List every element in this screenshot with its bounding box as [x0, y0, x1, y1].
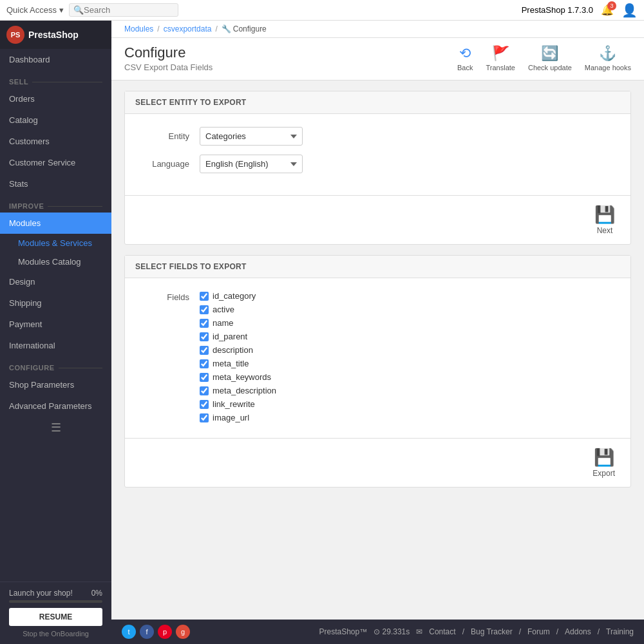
- field-name-meta-title: meta_title: [213, 359, 249, 368]
- shop-parameters-label: Shop Parameters: [9, 380, 74, 390]
- field-name-id-category: id_category: [213, 291, 256, 301]
- field-checkbox-link-rewrite[interactable]: [200, 400, 209, 409]
- catalog-label: Catalog: [9, 115, 38, 125]
- logo-icon: PS: [6, 26, 24, 44]
- field-checkbox-id-category[interactable]: [200, 292, 209, 301]
- list-item: meta_keywords: [200, 372, 276, 382]
- search-container: 🔍: [69, 3, 178, 17]
- sidebar-item-customer-service[interactable]: Customer Service: [0, 152, 111, 173]
- field-name-meta-description: meta_description: [213, 386, 276, 395]
- field-name-description: description: [213, 345, 253, 355]
- check-update-button[interactable]: 🔄 Check update: [528, 45, 572, 71]
- fields-panel-body: Fields id_category active: [125, 278, 630, 438]
- search-icon-button[interactable]: 🔍: [73, 5, 84, 15]
- facebook-icon[interactable]: f: [140, 625, 154, 639]
- footer-sep1: ✉: [416, 627, 422, 636]
- field-checkbox-active[interactable]: [200, 305, 209, 314]
- sidebar-item-design[interactable]: Design: [0, 271, 111, 292]
- customer-service-label: Customer Service: [9, 158, 75, 167]
- sidebar-item-payment[interactable]: Payment: [0, 314, 111, 335]
- sidebar-item-international[interactable]: International: [0, 335, 111, 356]
- page-header: Configure CSV Export Data Fields ⟲ Back …: [111, 38, 644, 80]
- entity-form-row: Entity Categories Products Orders Custom…: [135, 127, 620, 146]
- configure-section-label: CONFIGURE: [9, 364, 55, 372]
- sidebar-item-stats[interactable]: Stats: [0, 173, 111, 194]
- advanced-parameters-label: Advanced Parameters: [9, 401, 92, 411]
- sidebar-item-catalog[interactable]: Catalog: [0, 109, 111, 131]
- notifications-button[interactable]: 🔔 3: [601, 4, 614, 16]
- list-item: active: [200, 305, 276, 314]
- field-checkbox-meta-description[interactable]: [200, 386, 209, 395]
- field-checkbox-meta-keywords[interactable]: [200, 373, 209, 382]
- language-label: Language: [135, 159, 200, 169]
- resume-button[interactable]: RESUME: [9, 608, 102, 626]
- sidebar-toggle-button[interactable]: ☰: [0, 417, 111, 439]
- topbar-right: PrestaShop 1.7.3.0 🔔 3 👤: [522, 3, 638, 18]
- search-input[interactable]: [84, 5, 174, 15]
- page-actions: ⟲ Back 🚩 Translate 🔄 Check update ⚓ Mana…: [457, 45, 631, 71]
- breadcrumb-sep2: /: [215, 24, 217, 33]
- twitter-icon[interactable]: t: [122, 625, 136, 639]
- export-label: Export: [592, 469, 615, 478]
- international-label: International: [9, 341, 55, 350]
- field-checkbox-description[interactable]: [200, 346, 209, 355]
- sidebar-item-advanced-parameters[interactable]: Advanced Parameters: [0, 395, 111, 417]
- back-button[interactable]: ⟲ Back: [457, 45, 473, 71]
- sidebar-sub-modules-services[interactable]: Modules & Services: [0, 234, 111, 252]
- progress-bar: [9, 600, 102, 603]
- addons-link[interactable]: Addons: [565, 627, 591, 636]
- training-link[interactable]: Training: [606, 627, 634, 636]
- dashboard-label: Dashboard: [9, 55, 50, 64]
- sidebar-item-shop-parameters[interactable]: Shop Parameters: [0, 374, 111, 395]
- breadcrumb-csvexportdata[interactable]: csvexportdata: [164, 24, 212, 33]
- entity-select[interactable]: Categories Products Orders Customers: [200, 127, 303, 146]
- bug-link[interactable]: Bug Tracker: [471, 627, 513, 636]
- manage-hooks-button[interactable]: ⚓ Manage hooks: [585, 45, 631, 71]
- quick-access-button[interactable]: Quick Access ▾: [6, 5, 64, 15]
- sidebar-item-modules[interactable]: Modules: [0, 213, 111, 234]
- list-item: meta_title: [200, 359, 276, 368]
- contact-link[interactable]: Contact: [429, 627, 455, 636]
- breadcrumb-configure: 🔧Configure: [222, 24, 267, 33]
- language-form-row: Language English (English) French (Franç…: [135, 155, 620, 173]
- user-avatar-button[interactable]: 👤: [621, 3, 638, 18]
- sidebar-section-configure: CONFIGURE: [0, 359, 111, 374]
- page-subtitle: CSV Export Data Fields: [124, 62, 213, 72]
- next-button[interactable]: 💾 Next: [589, 202, 620, 238]
- orders-label: Orders: [9, 94, 35, 104]
- social-icons: t f p g: [122, 625, 190, 639]
- forum-link[interactable]: Forum: [527, 627, 550, 636]
- field-name-id-parent: id_parent: [213, 332, 247, 341]
- export-button[interactable]: 💾 Export: [587, 445, 620, 480]
- sidebar-item-dashboard[interactable]: Dashboard: [0, 49, 111, 70]
- translate-button[interactable]: 🚩 Translate: [486, 45, 515, 71]
- sidebar-item-customers[interactable]: Customers: [0, 131, 111, 152]
- check-update-label: Check update: [528, 64, 572, 71]
- entity-label: Entity: [135, 131, 200, 141]
- field-checkbox-id-parent[interactable]: [200, 332, 209, 341]
- list-item: name: [200, 318, 276, 328]
- field-checkbox-image-url[interactable]: [200, 413, 209, 422]
- field-name-image-url: image_url: [213, 413, 249, 422]
- breadcrumb-modules[interactable]: Modules: [124, 24, 153, 33]
- sidebar-sub-modules-catalog[interactable]: Modules Catalog: [0, 252, 111, 271]
- translate-label: Translate: [486, 64, 515, 71]
- sidebar-item-orders[interactable]: Orders: [0, 88, 111, 109]
- topbar: Quick Access ▾ 🔍 PrestaShop 1.7.3.0 🔔 3 …: [0, 0, 644, 21]
- gplus-icon[interactable]: g: [176, 625, 190, 639]
- list-item: link_rewrite: [200, 399, 276, 409]
- fields-panel: SELECT FIELDS TO EXPORT Fields id_catego…: [124, 255, 631, 488]
- check-update-icon: 🔄: [541, 45, 558, 62]
- field-checkbox-name[interactable]: [200, 319, 209, 328]
- language-select[interactable]: English (English) French (Français): [200, 155, 303, 173]
- field-checkbox-meta-title[interactable]: [200, 359, 209, 368]
- export-icon: 💾: [594, 448, 614, 468]
- bottom-bar: t f p g PrestaShop™ ⊙ 29.331s ✉ Contact …: [111, 620, 644, 644]
- pinterest-icon[interactable]: p: [158, 625, 172, 639]
- sell-section-label: SELL: [9, 78, 28, 86]
- fields-panel-footer: 💾 Export: [125, 438, 630, 487]
- stop-onboarding-link[interactable]: Stop the OnBoarding: [9, 630, 102, 638]
- sidebar-item-shipping[interactable]: Shipping: [0, 292, 111, 314]
- launch-shop-info: Launch your shop! 0%: [9, 589, 102, 598]
- field-name-active: active: [213, 305, 234, 314]
